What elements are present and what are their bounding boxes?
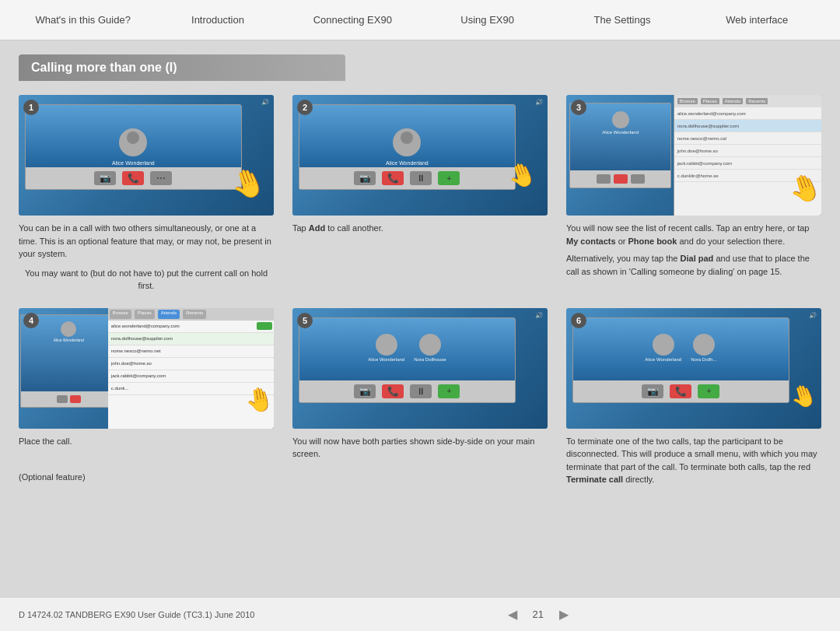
nav-using-ex90[interactable]: Using EX90: [420, 2, 555, 38]
step-5-image: 5 🔊 Alice Wonderland Nora Dollhouse: [292, 308, 548, 429]
recent-item-5: jack.rabbit@company.com: [674, 157, 821, 170]
avatar-label-nora-6: Nora Dollh...: [691, 357, 716, 362]
recent-item-2: nora.dollhouse@supplier.com: [674, 120, 821, 132]
step-6-text: To terminate one of the two calls, tap t…: [566, 435, 821, 486]
ui-btn-hangup-2: 📞: [382, 171, 404, 185]
avatar-nora-6: [693, 334, 715, 356]
step-3-number: 3: [571, 100, 586, 115]
ui-btn-pause-5: ⏸: [410, 384, 432, 398]
ui-btn-camera: 📷: [94, 171, 116, 185]
nav-connecting-ex90[interactable]: Connecting EX90: [285, 2, 420, 38]
contact-item-3: nome.nesco@nemo.net: [108, 345, 274, 358]
step-1-screen: Alice Wonderland 📷 📞 ⋯: [25, 104, 242, 190]
nav-introduction[interactable]: Introduction: [150, 2, 285, 38]
step-4: 4 🔊 Alice Wonderland Browse Places: [19, 308, 274, 486]
contact-item-2: nora.dollhouse@supplier.com: [108, 333, 274, 345]
section-title: Calling more than one (I): [19, 54, 345, 81]
avatar-alice-6: [653, 334, 674, 356]
step-6-number: 6: [571, 313, 586, 328]
step-1-screen-label: Alice Wonderland: [112, 160, 155, 166]
tab-places: Places: [135, 310, 155, 319]
ui-btn-hangup: 📞: [122, 171, 144, 185]
tab-recents: Recents: [183, 310, 206, 319]
contact-panel-header: Browse Places Attends Recents: [108, 308, 274, 321]
next-page-button[interactable]: ▶: [559, 607, 569, 622]
nav-the-settings[interactable]: The Settings: [555, 2, 689, 38]
ui-btn-more: ⋯: [150, 171, 172, 185]
step-1-text-main: You can be in a call with two others sim…: [19, 222, 274, 293]
step-6-image: 6 🔊 Alice Wonderland Nora Dollh...: [566, 308, 821, 429]
footer-doc-info: D 14724.02 TANDBERG EX90 User Guide (TC3…: [19, 610, 254, 619]
main-content: Calling more than one (I) 1 🔊 Alice Wond…: [0, 40, 840, 597]
hand-icon-6: 🤚: [786, 380, 821, 413]
contact-item-5: jack.rabbit@company.com: [108, 370, 274, 383]
step-1-image: 1 🔊 Alice Wonderland 📷 📞 ⋯ 🤚: [19, 95, 274, 216]
prev-page-button[interactable]: ◀: [508, 607, 517, 622]
ui-btn-camera-6: 📷: [642, 384, 663, 398]
volume-icon-5: 🔊: [535, 312, 543, 319]
two-avatars-5: Alice Wonderland Nora Dollhouse: [307, 334, 507, 362]
hand-icon-4: 🤚: [243, 384, 274, 415]
nav-whats-in-guide[interactable]: What's in this Guide?: [16, 2, 150, 38]
step-1-number: 1: [23, 100, 39, 115]
step-3-text: You will now see the list of recent call…: [566, 222, 821, 293]
two-avatars-6: Alice Wonderland Nora Dollh...: [581, 334, 781, 362]
avatar-group-alice-5: Alice Wonderland: [368, 334, 404, 362]
contact-item-4: john.doe@home.so: [108, 358, 274, 370]
volume-icon-2: 🔊: [535, 99, 543, 106]
top-navigation: What's in this Guide? Introduction Conne…: [0, 0, 840, 40]
step-2-avatar: [393, 128, 421, 156]
ui-btn-add-2: +: [438, 171, 460, 185]
ui-btn-camera-5: 📷: [354, 384, 376, 398]
avatar-label-nora-5: Nora Dollhouse: [414, 357, 446, 362]
step-2: 2 🔊 Alice Wonderland 📷 📞 ⏸ + 🤚 Tap Add t…: [292, 95, 548, 293]
step-6-device-ui: 📷 📞 +: [573, 380, 789, 402]
volume-icon-1: 🔊: [261, 99, 269, 106]
step-2-text: Tap Add to call another.: [292, 222, 548, 293]
nav-web-interface[interactable]: Web interface: [690, 2, 824, 38]
step-5-screen: Alice Wonderland Nora Dollhouse 📷 📞 ⏸ +: [299, 317, 516, 403]
step-3: 3 🔊 Alice Wonderland Browse P: [566, 95, 821, 293]
step-1: 1 🔊 Alice Wonderland 📷 📞 ⋯ 🤚 You can be …: [19, 95, 274, 293]
step-6: 6 🔊 Alice Wonderland Nora Dollh...: [566, 308, 821, 486]
page-number: 21: [533, 608, 544, 620]
ui-btn-hangup-5: 📞: [382, 384, 404, 398]
recent-item-3: nome.nesco@nemo.cal: [674, 132, 821, 145]
steps-grid: 1 🔊 Alice Wonderland 📷 📞 ⋯ 🤚 You can be …: [19, 95, 821, 486]
step-2-screen-label: Alice Wonderland: [386, 160, 429, 166]
tab-browse: Browse: [110, 310, 131, 319]
avatar-group-nora-5: Nora Dollhouse: [414, 334, 446, 362]
step-3-image: 3 🔊 Alice Wonderland Browse P: [566, 95, 821, 216]
step-2-image: 2 🔊 Alice Wonderland 📷 📞 ⏸ + 🤚: [292, 95, 548, 216]
step-1-avatar: [119, 128, 147, 156]
ui-btn-add-6: +: [698, 384, 719, 398]
step-2-number: 2: [297, 100, 313, 115]
ui-btn-camera-2: 📷: [354, 171, 376, 185]
ui-btn-hangup-6: 📞: [670, 384, 691, 398]
avatar-group-alice-6: Alice Wonderland: [645, 334, 681, 362]
step-4-image: 4 🔊 Alice Wonderland Browse Places: [19, 308, 274, 429]
step-1-device-ui: 📷 📞 ⋯: [26, 167, 241, 189]
tab-attends: Attends: [158, 310, 180, 319]
contact-item-1: alice.wonderland@company.com: [108, 321, 274, 333]
avatar-nora-5: [419, 334, 441, 356]
avatar-label-alice-6: Alice Wonderland: [645, 357, 681, 362]
step-5-number: 5: [297, 313, 313, 328]
recent-item-1: alice.wonderland@company.com: [674, 107, 821, 120]
ui-btn-add-5: +: [438, 384, 460, 398]
step-5-device-ui: 📷 📞 ⏸ +: [299, 380, 515, 402]
footer-center: ◀ 21 ▶: [254, 607, 821, 622]
step-2-device-ui: 📷 📞 ⏸ +: [299, 167, 515, 189]
recent-item-4: john.doe@home.so: [674, 145, 821, 157]
step-2-screen: Alice Wonderland 📷 📞 ⏸ +: [299, 104, 516, 190]
recent-panel-header: Browse Places Attends Recents: [674, 95, 821, 107]
avatar-group-nora-6: Nora Dollh...: [691, 334, 716, 362]
footer: D 14724.02 TANDBERG EX90 User Guide (TC3…: [0, 597, 840, 631]
avatar-label-alice-5: Alice Wonderland: [368, 357, 404, 362]
avatar-alice-5: [376, 334, 397, 356]
ui-btn-pause-2: ⏸: [410, 171, 432, 185]
step-6-screen: Alice Wonderland Nora Dollh... 📷 📞 +: [572, 317, 789, 403]
step-5-text: You will now have both parties shown sid…: [292, 435, 548, 486]
step-4-text: Place the call. (Optional feature): [19, 435, 274, 486]
step-5: 5 🔊 Alice Wonderland Nora Dollhouse: [292, 308, 548, 486]
